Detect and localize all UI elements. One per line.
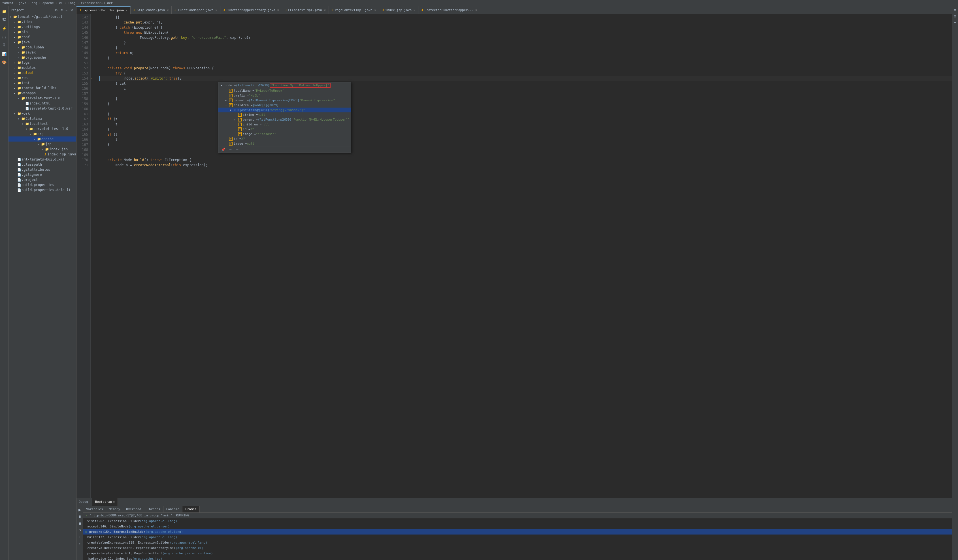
tree-item[interactable]: ▸📁javax bbox=[8, 50, 76, 55]
stack-frame-item[interactable]: visit:202, ExpressionBuilder (org.apache… bbox=[83, 518, 952, 524]
debug-sub-tab-variables[interactable]: Variables bbox=[83, 506, 106, 513]
debug-row[interactable]: ▾node = {AstFunction@2639} "Function[MyE… bbox=[218, 82, 351, 89]
debug-row[interactable]: fid = 32 bbox=[218, 127, 351, 132]
stack-location[interactable]: (org.apache.el.lang) bbox=[170, 541, 207, 544]
tree-item[interactable]: ▸📁conf bbox=[8, 35, 76, 40]
stack-location[interactable]: (org.apache.el.lang) bbox=[145, 530, 183, 534]
breadcrumb-java[interactable]: java bbox=[19, 1, 26, 5]
debug-tooltip-pin-btn[interactable]: 📌 bbox=[220, 147, 227, 152]
tree-arrow[interactable]: ▾ bbox=[14, 92, 17, 95]
debug-stop-btn[interactable]: ⏹ bbox=[77, 520, 83, 526]
tree-item[interactable]: ▸📁res bbox=[8, 75, 76, 81]
debug-row[interactable]: fimage = null bbox=[218, 141, 351, 146]
tree-item[interactable]: ▸📁com.luban bbox=[8, 45, 76, 50]
tree-item[interactable]: 📄servelet-test-1.0.war bbox=[8, 106, 76, 111]
stack-frame-item[interactable]: accept:146, SimpleNode (org.apache.el.pa… bbox=[83, 524, 952, 529]
debug-row[interactable]: flocalName = "MyLowerToUpper" bbox=[218, 89, 351, 93]
tree-item[interactable]: ▾📁apache bbox=[8, 136, 76, 142]
stack-location[interactable]: (org.apache.jasper.runtime) bbox=[162, 552, 213, 555]
tree-arrow[interactable]: ▾ bbox=[37, 143, 41, 146]
sidebar-close-btn[interactable]: ✕ bbox=[70, 8, 74, 13]
debug-bootstrap-tab[interactable]: Bootstrap ✕ bbox=[92, 498, 118, 506]
tree-item[interactable]: 📄.gitignore bbox=[8, 172, 76, 177]
tree-item[interactable]: 📄ant-targets-build.xml bbox=[8, 157, 76, 162]
tree-item[interactable]: ▸📁modules bbox=[8, 65, 76, 70]
debug-step-over-btn[interactable]: ↷ bbox=[77, 527, 83, 533]
debug-tooltip-fwd-btn[interactable]: → bbox=[235, 147, 240, 152]
breadcrumb-lang[interactable]: lang bbox=[68, 1, 76, 5]
debug-row[interactable]: ▸fparent = {AstFunction@2639} "Function[… bbox=[218, 117, 351, 122]
editor-tab[interactable]: JELContextImpl.java× bbox=[282, 6, 329, 14]
debug-row-arrow[interactable]: ▾ bbox=[220, 84, 225, 87]
editor-tab[interactable]: JFunctionMapper.java× bbox=[172, 6, 220, 14]
breadcrumb-apache[interactable]: apache bbox=[43, 1, 54, 5]
editor-tab[interactable]: Jindex_jsp.java× bbox=[379, 6, 419, 14]
stack-frame-item[interactable]: jspService:12, index_jsp (org.apache.jsp… bbox=[83, 556, 952, 560]
database-icon[interactable]: 🗄 bbox=[1, 42, 8, 49]
debug-tooltip-content[interactable]: ▾node = {AstFunction@2639} "Function[MyE… bbox=[218, 82, 351, 146]
debug-row[interactable]: ▸fparent = {AstDynamicExpression@3028} "… bbox=[218, 98, 351, 103]
tree-arrow[interactable]: ▾ bbox=[22, 122, 25, 125]
debug-resume-btn[interactable]: ▶ bbox=[77, 507, 83, 513]
tab-close-btn[interactable]: × bbox=[374, 8, 376, 12]
tab-close-btn[interactable]: × bbox=[475, 8, 477, 12]
debug-bootstrap-close[interactable]: ✕ bbox=[113, 500, 115, 503]
debug-sub-tab-threads[interactable]: Threads bbox=[144, 506, 163, 513]
debug-row[interactable]: ▾0 = {AstString@3031} "String[\"sasas\"]… bbox=[218, 108, 351, 112]
tree-arrow[interactable]: ▸ bbox=[17, 56, 21, 59]
structure-icon[interactable]: 🏗 bbox=[1, 16, 8, 23]
tree-item[interactable]: ▸📁org.apache bbox=[8, 55, 76, 60]
tree-item[interactable]: ▸📁tomcat-build-libs bbox=[8, 85, 76, 90]
stack-frame-item[interactable]: createValueExpression:218, ExpressionBui… bbox=[83, 540, 952, 545]
tree-item[interactable]: ▸📁.settings bbox=[8, 24, 76, 30]
right-tool-2[interactable]: ⊞ bbox=[953, 14, 958, 19]
debug-sub-tab-memory[interactable]: Memory bbox=[106, 506, 124, 513]
tree-item[interactable]: ▾📁Catalina bbox=[8, 116, 76, 121]
right-tool-3[interactable]: ≡ bbox=[953, 20, 958, 25]
sidebar-settings-btn[interactable]: ⚙ bbox=[54, 8, 59, 13]
tree-item[interactable]: ▾📁jsp bbox=[8, 142, 76, 147]
debug-sub-tab-frames[interactable]: Frames bbox=[182, 506, 200, 513]
debug-sub-tab-console[interactable]: Console bbox=[163, 506, 182, 513]
right-tool-1[interactable]: ≡ bbox=[953, 7, 958, 13]
tree-item[interactable]: ▾📁webapps bbox=[8, 90, 76, 96]
tree-arrow[interactable]: ▸ bbox=[14, 66, 17, 70]
stack-location[interactable]: (org.apache.jsp) bbox=[132, 557, 162, 560]
tab-close-btn[interactable]: × bbox=[126, 9, 127, 12]
tab-close-btn[interactable]: × bbox=[216, 8, 217, 12]
requests-icon[interactable]: ⚡ bbox=[1, 25, 8, 32]
stack-frame-item[interactable]: ▶prepare:154, ExpressionBuilder (org.apa… bbox=[83, 529, 952, 535]
tree-item[interactable]: 📄.project bbox=[8, 177, 76, 182]
stack-frame-item[interactable]: build:172, ExpressionBuilder (org.apache… bbox=[83, 535, 952, 540]
debug-step-into-btn[interactable]: ↓ bbox=[77, 534, 83, 540]
sidebar-expand-btn[interactable]: ≡ bbox=[60, 8, 63, 13]
stack-location[interactable]: (org.apache.el.parser) bbox=[128, 525, 170, 528]
tree-item[interactable]: Jindex_jsp.java bbox=[8, 152, 76, 157]
breadcrumb-tomcat[interactable]: tomcat bbox=[2, 1, 14, 5]
tree-arrow[interactable]: ▾ bbox=[25, 127, 29, 131]
stack-frames-list[interactable]: visit:202, ExpressionBuilder (org.apache… bbox=[83, 518, 952, 560]
breadcrumb-el[interactable]: el bbox=[59, 1, 63, 5]
tab-close-btn[interactable]: × bbox=[167, 8, 168, 12]
tree-arrow[interactable]: ▸ bbox=[17, 51, 21, 54]
stack-location[interactable]: (org.apache.el.lang) bbox=[140, 535, 177, 539]
tree-arrow[interactable]: ▸ bbox=[14, 61, 17, 64]
editor-tab[interactable]: JProtectedFunctionMapper...× bbox=[419, 6, 480, 14]
debug-row-arrow[interactable]: ▸ bbox=[225, 99, 229, 102]
tree-item[interactable]: 📄.classpath bbox=[8, 162, 76, 167]
tree-arrow[interactable]: ▸ bbox=[14, 21, 17, 24]
tree-item[interactable]: 📄index.html bbox=[8, 101, 76, 106]
debug-step-out-btn[interactable]: ↑ bbox=[77, 541, 83, 547]
stack-location[interactable]: (org.apache.el.lang) bbox=[140, 519, 177, 523]
tree-arrow[interactable]: ▸ bbox=[14, 36, 17, 39]
tree-item[interactable]: ▾📁localhost bbox=[8, 121, 76, 126]
tree-item[interactable]: 📄build.properties bbox=[8, 182, 76, 187]
editor-tab[interactable]: JExpressionBuilder.java× bbox=[76, 6, 131, 14]
debug-row[interactable]: fimage = "\"sasas\"" bbox=[218, 132, 351, 136]
tree-item[interactable]: ▾📁work bbox=[8, 111, 76, 116]
debug-tooltip-back-btn[interactable]: ← bbox=[228, 147, 233, 152]
tree-arrow[interactable]: ▸ bbox=[14, 71, 17, 74]
tab-close-btn[interactable]: × bbox=[324, 8, 326, 12]
json-icon[interactable]: { } bbox=[1, 33, 8, 40]
stack-frame-item[interactable]: createValueExpression:66, ExpressionFact… bbox=[83, 545, 952, 551]
